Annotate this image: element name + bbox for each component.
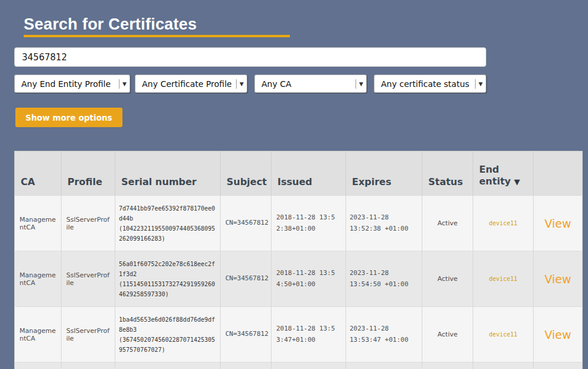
title-underline [24,35,290,37]
end-entity-cell: device11 [473,196,534,251]
table-row: ManagementCA SslServerProfile 7d7441bb97… [15,196,583,251]
end-entity-link[interactable]: device11 [489,220,517,226]
column-header-expires[interactable]: Expires [346,151,422,196]
view-cell: View [534,251,583,307]
table-row: ManagementCA SslServerProfile 1ba4d5653e… [15,307,583,362]
chevron-down-icon: ▼ [356,79,363,89]
end-entity-cell: device12 [473,362,534,369]
serial-hex: 1ba4d5653e6d026f88dd76de9df8e8b3 [119,315,218,335]
issued-cell: 2018-11-28 13:54:50+01:00 [272,251,346,307]
serial-decimal: (36745020745602287071425305957570767027) [119,335,218,355]
serial-number-cell: 1ba4d5653e6d026f88dd76de9df8e8b3 (367450… [115,307,221,362]
chevron-down-icon: ▼ [236,79,244,89]
filter-bar: Any End Entity Profile ▼ Any Certificate… [14,75,486,93]
subject-cell: CN=34567812 [221,196,272,251]
issued-cell: 2018-11-28 13:52:38+01:00 [272,196,346,251]
column-header-status[interactable]: Status [422,151,473,196]
chevron-down-icon: ▼ [475,79,483,89]
ca-select[interactable]: Any CA ▼ [254,75,367,93]
serial-decimal: (115145011531732742919592604629258597330… [119,279,218,299]
table-row: ManagementCA SslServerProfile 56a01f6075… [15,251,583,307]
end-entity-cell: device11 [473,251,534,307]
serial-number-cell: 56a01f60752c202e78c618eec2f1f3d2 (115145… [115,251,221,307]
page-title: Search for Certificates [24,15,197,34]
sort-desc-icon: ▼ [514,177,520,186]
profile-cell: SslServerProfile [62,251,115,307]
ca-cell: ManagementCA [15,196,62,251]
end-entity-link[interactable]: device11 [489,331,517,338]
expires-cell: 2023-11-28 13:52:38 +01:00 [346,196,422,251]
serial-decimal: (10422321195500974405368095262099166283) [119,224,218,244]
status-cell: Active [422,307,473,362]
column-header-profile[interactable]: Profile [62,151,115,196]
view-link[interactable]: View [544,273,571,286]
view-cell: View [534,307,583,362]
expires-cell: 2023-11-28 13:53:47 +01:00 [346,307,422,362]
view-link[interactable]: View [544,328,571,341]
expires-cell: 2023-11-28 13:52:43 +01:00 [346,362,422,369]
view-cell: View [534,362,583,369]
column-header-end-entity-label: End entity [479,164,511,187]
chevron-down-icon: ▼ [119,79,127,89]
serial-number-cell: 47e233b505252db828ada858053d3810 (955496… [115,362,221,369]
issued-cell: 2018-11-28 13:53:47+01:00 [272,307,346,362]
column-header-actions [534,151,583,196]
ca-cell: ManagementCA [15,362,62,369]
certificate-status-select-value: Any certificate status [381,79,469,89]
column-header-issued[interactable]: Issued [272,151,346,196]
ca-select-value: Any CA [261,79,292,89]
view-link[interactable]: View [544,217,571,230]
ca-cell: ManagementCA [15,251,62,307]
serial-hex: 7d7441bb97ee65392f878170ee0d44b [119,203,218,224]
column-header-serial-number[interactable]: Serial number [115,151,221,196]
serial-hex: 56a01f60752c202e78c618eec2f1f3d2 [119,259,218,279]
subject-cell: CN=34567812 [221,251,272,307]
status-cell: Active [422,251,473,307]
subject-cell: CN=34567812 [221,362,272,369]
serial-number-cell: 7d7441bb97ee65392f878170ee0d44b (1042232… [115,196,221,251]
expires-cell: 2023-11-28 13:54:50 +01:00 [346,251,422,307]
show-more-options-button[interactable]: Show more options [15,108,122,127]
ca-cell: ManagementCA [15,307,62,362]
table-row: ManagementCA SslServerProfile 47e233b505… [15,362,583,369]
profile-cell: SslServerProfile [62,362,115,369]
column-header-ca[interactable]: CA [15,151,62,196]
subject-cell: CN=34567812 [221,307,272,362]
table-header-row: CA Profile Serial number Subject Issued … [15,151,583,196]
end-entity-link[interactable]: device11 [489,276,517,282]
issued-cell: 2018-11-28 13:52:43+01:00 [272,362,346,369]
certificates-table: CA Profile Serial number Subject Issued … [14,151,583,369]
certificate-status-select[interactable]: Any certificate status ▼ [374,75,486,93]
profile-cell: SslServerProfile [62,196,115,251]
profile-cell: SslServerProfile [62,307,115,362]
status-cell: Active [422,196,473,251]
end-entity-cell: device11 [473,307,534,362]
status-cell: Active [422,362,473,369]
column-header-end-entity[interactable]: End entity ▼ [473,151,534,196]
search-input[interactable] [14,47,486,67]
certificate-profile-select[interactable]: Any Certificate Profile ▼ [135,75,247,93]
column-header-subject[interactable]: Subject [221,151,272,196]
view-cell: View [534,196,583,251]
end-entity-profile-select[interactable]: Any End Entity Profile ▼ [14,75,130,93]
certificate-profile-select-value: Any Certificate Profile [142,79,231,89]
end-entity-profile-select-value: Any End Entity Profile [21,79,111,89]
